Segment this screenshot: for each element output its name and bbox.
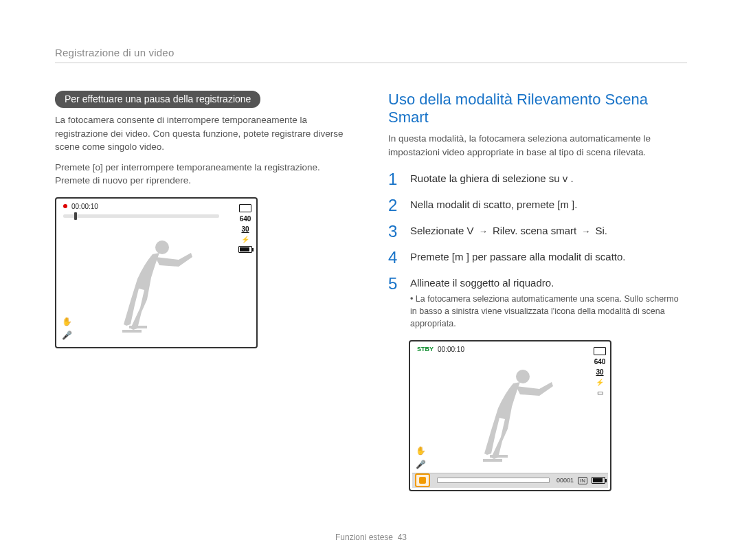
page-columns: Per effettuare una pausa della registraz… — [55, 91, 687, 491]
resolution-label: 640 — [240, 215, 251, 223]
steps-list: 1 Ruotate la ghiera di selezione su v . … — [388, 171, 687, 330]
storage-icon: ▭ — [597, 389, 603, 396]
arrow-right-icon — [579, 225, 592, 236]
flash-icon: ⚡ — [596, 379, 604, 386]
step-2: 2 Nella modalit di scatto, premete [m ]. — [388, 197, 687, 214]
step-num: 4 — [388, 249, 401, 266]
lcd-top-bar: STBY 00:00:10 — [410, 341, 610, 356]
skater-silhouette-icon — [471, 366, 567, 471]
battery-icon — [592, 477, 605, 484]
lcd-top-bar: 00:00:10 — [56, 199, 256, 213]
stby-time: 00:00:10 — [438, 346, 464, 353]
lcd-left-indicators: ✋ 🎤 — [416, 446, 426, 469]
step-4: 4 Premete [m ] per passare alla modalit … — [388, 249, 687, 266]
svg-point-0 — [155, 240, 169, 254]
svg-point-1 — [516, 370, 530, 383]
para2-pre: Premete [ — [55, 162, 95, 172]
s2-pre: Nella modalit di scatto, premete [ — [410, 199, 560, 210]
s3-mid: Rilev. scena smart — [490, 225, 580, 236]
camera-lcd-standby: STBY 00:00:10 640 30 ⚡ ▭ ✋ 🎤 — [409, 340, 611, 491]
page-footer: Funzioni estese 43 — [0, 533, 742, 542]
step-text: Nella modalit di scatto, premete [m ]. — [410, 197, 687, 214]
s3-end: Si. — [592, 225, 607, 236]
lcd-left-indicators: ✋ 🎤 — [62, 317, 72, 340]
exposure-scale-icon — [437, 478, 550, 483]
lcd-bottom-bar: 00001 IN — [412, 473, 608, 488]
hand-icon: ✋ — [416, 446, 426, 456]
in-storage-icon: IN — [578, 477, 587, 484]
stby-label: STBY — [417, 346, 434, 352]
step-text: Ruotate la ghiera di selezione su v . — [410, 171, 687, 188]
s4-pre: Premete [ — [410, 251, 455, 262]
fps-label: 30 — [241, 225, 249, 233]
s5-main: Allineate il soggetto al riquadro. — [410, 277, 554, 289]
mic-icon: 🎤 — [62, 331, 72, 340]
skater-silhouette-icon — [110, 236, 206, 342]
step-text: Allineate il soggetto al riquadro. La fo… — [410, 276, 687, 330]
pause-icon — [594, 347, 606, 355]
para-pause-intro: La fotocamera consente di interrompere t… — [55, 113, 354, 154]
footer-page-number: 43 — [398, 533, 407, 542]
fps-label: 30 — [596, 368, 603, 376]
mic-icon: 🎤 — [416, 460, 426, 469]
key-m: m — [560, 199, 569, 210]
section-pill-pause: Per effettuare una pausa della registraz… — [55, 91, 260, 108]
arrow-right-icon — [477, 225, 490, 236]
para-smart-intro: In questa modalità, la fotocamera selezi… — [388, 132, 687, 159]
step-num: 5 — [388, 276, 401, 330]
s4-post: ] per passare alla modalit di scatto. — [464, 251, 626, 262]
s2-post: ]. — [569, 199, 578, 210]
step-5: 5 Allineate il soggetto al riquadro. La … — [388, 276, 687, 330]
footer-section: Funzioni estese — [335, 533, 393, 542]
hand-icon: ✋ — [62, 317, 72, 326]
right-column: Uso della modalità Rilevamento Scena Sma… — [388, 91, 687, 491]
heading-smart-scene: Uso della modalità Rilevamento Scena Sma… — [388, 91, 687, 126]
scene-mode-icon — [415, 473, 430, 487]
s5-bullet: La fotocamera seleziona automaticamente … — [410, 293, 687, 330]
rec-progress-thumb — [74, 212, 77, 220]
key-o: o — [95, 162, 101, 172]
step-text: Premete [m ] per passare alla modalit di… — [410, 249, 687, 266]
lcd-right-indicators: 640 30 ⚡ — [238, 204, 252, 253]
frame-counter: 00001 — [556, 477, 574, 484]
step-text: Selezionate V Rilev. scena smart Si. — [410, 223, 687, 240]
step-3: 3 Selezionate V Rilev. scena smart Si. — [388, 223, 687, 240]
rec-time: 00:00:10 — [71, 203, 98, 210]
step-num: 2 — [388, 197, 401, 214]
rec-progress-track — [63, 214, 219, 218]
record-dot-icon — [63, 204, 67, 208]
breadcrumb: Registrazione di un video — [55, 47, 687, 63]
s3-pre: Selezionate V — [410, 225, 477, 236]
pause-icon — [239, 204, 251, 212]
key-m: m — [455, 251, 464, 262]
para-pause-instruction: Premete [o] per interrompere temporaneam… — [55, 161, 354, 188]
left-column: Per effettuare una pausa della registraz… — [55, 91, 354, 491]
battery-icon — [238, 246, 252, 253]
step-num: 3 — [388, 223, 401, 240]
step-1: 1 Ruotate la ghiera di selezione su v . — [388, 171, 687, 188]
step-num: 1 — [388, 171, 401, 188]
flash-icon: ⚡ — [241, 236, 249, 243]
lcd-right-indicators: 640 30 ⚡ ▭ — [594, 347, 606, 396]
resolution-label: 640 — [594, 358, 606, 366]
camera-lcd-recording: 00:00:10 640 30 ⚡ ✋ 🎤 — [55, 197, 258, 348]
